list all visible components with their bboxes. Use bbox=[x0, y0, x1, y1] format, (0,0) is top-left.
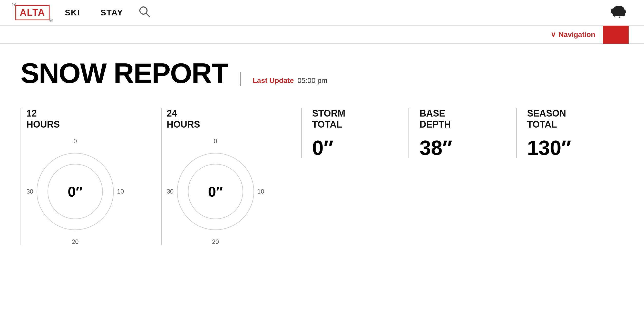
weather-icon: * * * bbox=[608, 4, 629, 22]
gauge-12h-bottom-label: 20 bbox=[72, 238, 79, 245]
divider-pipe: | bbox=[238, 69, 242, 87]
twelve-hours-gauge: 0 10 20 30 0″ bbox=[26, 138, 124, 245]
base-depth-section: BASE DEPTH 38″ bbox=[408, 108, 516, 158]
svg-line-1 bbox=[146, 13, 150, 17]
search-button[interactable] bbox=[139, 6, 150, 20]
gauge-12h-value: 0″ bbox=[68, 183, 83, 200]
season-total-value: 130″ bbox=[527, 138, 613, 158]
storm-total-section: STORM TOTAL 0″ bbox=[301, 108, 409, 158]
page-title: SNOW REPORT bbox=[21, 59, 228, 87]
storm-total-label: STORM TOTAL bbox=[312, 108, 398, 130]
gauge-24h-left-label: 30 bbox=[167, 188, 174, 195]
nav-ski[interactable]: SKI bbox=[65, 8, 80, 17]
main-content: SNOW REPORT | Last Update 05:00 pm 12 HO… bbox=[0, 44, 644, 261]
last-update-row: Last Update 05:00 pm bbox=[253, 76, 327, 85]
last-update-label: Last Update bbox=[253, 76, 294, 84]
twelve-hours-section: 12 HOURS 0 10 20 30 0″ bbox=[21, 108, 161, 245]
gauge-12h-left-label: 30 bbox=[26, 188, 33, 195]
gauge-24h-top-label: 0 bbox=[214, 138, 217, 145]
twentyfour-hours-gauge: 0 10 20 30 0″ bbox=[167, 138, 264, 245]
gauge-12h-right-label: 10 bbox=[117, 188, 124, 195]
logo-text[interactable]: ALTA bbox=[15, 5, 50, 20]
page-title-row: SNOW REPORT | Last Update 05:00 pm bbox=[21, 59, 623, 87]
navigation-toggle[interactable]: ∨ Navigation bbox=[551, 30, 595, 39]
gauge-24h-value: 0″ bbox=[208, 183, 223, 200]
nav-red-accent bbox=[603, 26, 629, 44]
gauge-24h-svg-holder: 0″ bbox=[174, 145, 257, 238]
season-total-label: SEASON TOTAL bbox=[527, 108, 613, 130]
twentyfour-hours-label: 24 HOURS bbox=[167, 108, 296, 130]
gauge-24h-right-label: 10 bbox=[257, 188, 264, 195]
base-depth-label: BASE DEPTH bbox=[419, 108, 506, 130]
storm-total-value: 0″ bbox=[312, 138, 398, 158]
gauge-12h-top-label: 0 bbox=[73, 138, 77, 145]
header: ❄ ALTA ❄ SKI STAY * * * bbox=[0, 0, 644, 26]
gauge-24h-bottom-label: 20 bbox=[212, 238, 219, 245]
twentyfour-hours-section: 24 HOURS 0 10 20 30 0″ bbox=[161, 108, 301, 245]
season-total-section: SEASON TOTAL 130″ bbox=[516, 108, 623, 158]
twelve-hours-label: 12 HOURS bbox=[26, 108, 156, 130]
base-depth-value: 38″ bbox=[419, 138, 506, 158]
last-update-time: 05:00 pm bbox=[297, 76, 327, 84]
stats-row: 12 HOURS 0 10 20 30 0″ 24 bbox=[21, 108, 623, 245]
snowflake-icon-br: ❄ bbox=[48, 17, 53, 24]
header-right: * * * bbox=[608, 4, 629, 22]
navigation-label: Navigation bbox=[559, 31, 595, 39]
nav-stay[interactable]: STAY bbox=[101, 8, 123, 17]
sub-nav-bar: ∨ Navigation bbox=[0, 26, 644, 44]
main-nav: SKI STAY bbox=[65, 8, 123, 17]
chevron-down-icon: ∨ bbox=[551, 30, 556, 39]
svg-text:*: * bbox=[623, 14, 625, 19]
logo[interactable]: ❄ ALTA ❄ bbox=[15, 5, 50, 20]
logo-container: ❄ ALTA ❄ bbox=[15, 5, 50, 20]
svg-text:*: * bbox=[619, 16, 620, 20]
svg-text:*: * bbox=[614, 15, 615, 19]
gauge-12h-svg-holder: 0″ bbox=[34, 145, 116, 238]
